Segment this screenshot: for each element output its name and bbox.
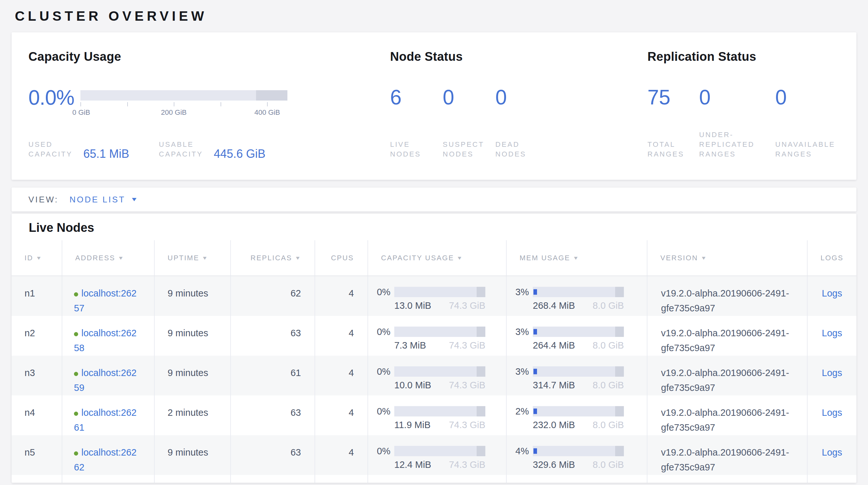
node-mem-usage-cell: 4% 329.6 MiB8.0 GiB	[506, 435, 647, 475]
node-cpus: 4	[315, 435, 368, 475]
live-nodes-stat: 6 LIVE NODES	[390, 88, 443, 159]
capacity-percent: 0%	[368, 287, 394, 311]
capacity-percent: 0%	[368, 446, 394, 470]
under-replicated-ranges-stat: 0 UNDER-REPLICATED RANGES	[699, 88, 775, 159]
node-address-cell: localhost:26257	[62, 276, 154, 316]
node-version: v19.2.0-alpha.20190606-2491-gfe735c9a97	[647, 276, 807, 316]
column-header-cpus: CPUS	[315, 240, 368, 276]
node-row-n1: n1 localhost:26257 9 minutes 62 4 0% 13.…	[11, 276, 857, 316]
column-header-mem-usage[interactable]: MEM USAGE▼	[506, 240, 647, 276]
capacity-axis-ticks	[81, 101, 287, 106]
node-capacity-usage-cell: 0% 7.3 MiB74.3 GiB	[368, 316, 506, 356]
replication-status-title: Replication Status	[647, 50, 843, 63]
node-capacity-usage-cell: 0% 13.0 MiB74.3 GiB	[368, 276, 506, 316]
used-capacity-label: USED CAPACITY	[28, 140, 77, 159]
node-address-link[interactable]: localhost:26259	[74, 368, 136, 393]
column-header-version[interactable]: VERSION▼	[647, 240, 807, 276]
capacity-usage-section: Capacity Usage 0.0%	[28, 50, 390, 180]
unavailable-label: UNAVAILABLE RANGES	[775, 140, 843, 159]
mem-bar	[533, 326, 624, 337]
mem-reserved-segment	[615, 406, 624, 417]
mem-total-value: 8.0 GiB	[593, 379, 624, 391]
mem-percent: 3%	[507, 287, 533, 311]
node-id: n5	[11, 435, 62, 475]
live-nodes-count: 6	[390, 88, 443, 107]
cluster-summary-card: Capacity Usage 0.0%	[11, 32, 857, 180]
node-uptime: 9 minutes	[154, 276, 230, 316]
mem-total-value: 8.0 GiB	[593, 419, 624, 431]
node-logs-cell: Logs	[807, 316, 857, 356]
mem-percent: 4%	[507, 446, 533, 470]
column-header-uptime[interactable]: UPTIME▼	[154, 240, 230, 276]
replication-status-section: Replication Status 75 TOTAL RANGES 0 UND…	[647, 50, 843, 180]
mem-used-value: 268.4 MiB	[533, 300, 575, 311]
suspect-nodes-stat: 0 SUSPECT NODES	[443, 88, 495, 159]
mem-reserved-segment	[615, 446, 624, 456]
capacity-percent: 0%	[368, 326, 394, 351]
node-row-n4: n4 localhost:26261 2 minutes 63 4 0% 11.…	[11, 395, 857, 435]
capacity-bar-chart: 0 GiB 200 GiB 400 GiB	[81, 88, 287, 116]
mem-bar	[533, 366, 624, 377]
view-dropdown[interactable]: NODE LIST ▼	[69, 195, 138, 205]
node-address-cell: localhost:26261	[62, 395, 154, 435]
sort-desc-icon: ▼	[457, 255, 464, 261]
sort-desc-icon: ▼	[573, 255, 580, 261]
mem-used-value: 329.6 MiB	[533, 459, 575, 470]
node-uptime: 2 minutes	[154, 395, 230, 435]
node-address-link[interactable]: localhost:26261	[74, 407, 136, 433]
capacity-total-value: 74.3 GiB	[449, 459, 485, 470]
capacity-bar	[394, 287, 485, 297]
mem-used-bar	[533, 409, 537, 414]
axis-label: 200 GiB	[161, 108, 187, 117]
live-nodes-section-title: Live Nodes	[11, 214, 857, 240]
node-status-section: Node Status 6 LIVE NODES 0 SUSPECT NODES…	[390, 50, 647, 180]
node-address-link[interactable]: localhost:26257	[74, 288, 136, 313]
node-id: n3	[11, 356, 62, 395]
total-ranges-stat: 75 TOTAL RANGES	[647, 88, 699, 159]
capacity-bar-track	[81, 90, 287, 101]
node-replicas: 63	[230, 435, 315, 475]
view-label: VIEW:	[28, 195, 58, 205]
suspect-nodes-count: 0	[443, 88, 495, 107]
logs-link[interactable]: Logs	[822, 328, 842, 338]
unavailable-ranges-stat: 0 UNAVAILABLE RANGES	[775, 88, 843, 159]
node-replicas: 62	[230, 276, 315, 316]
node-address-link[interactable]: localhost:26258	[74, 328, 136, 353]
mem-bar	[533, 287, 624, 297]
node-capacity-usage-cell: 0% 11.9 MiB74.3 GiB	[368, 395, 506, 435]
mem-reserved-segment	[615, 287, 624, 297]
logs-link[interactable]: Logs	[822, 447, 842, 458]
node-capacity-usage-cell: 0% 12.4 MiB74.3 GiB	[368, 435, 506, 475]
view-selector-bar: VIEW: NODE LIST ▼	[11, 188, 857, 211]
node-replicas: 61	[230, 356, 315, 395]
column-header-capacity-usage[interactable]: CAPACITY USAGE▼	[368, 240, 506, 276]
axis-tick	[81, 102, 81, 106]
node-logs-cell: Logs	[807, 276, 857, 316]
column-header-address[interactable]: ADDRESS▼	[62, 240, 154, 276]
under-replicated-count: 0	[699, 88, 775, 107]
mem-percent: 3%	[507, 366, 533, 391]
capacity-total-value: 74.3 GiB	[449, 300, 485, 311]
node-version: v19.2.0-alpha.20190606-2491-gfe735c9a97	[647, 395, 807, 435]
mem-used-bar	[533, 369, 537, 374]
node-uptime: 9 minutes	[154, 316, 230, 356]
mem-used-bar	[533, 289, 537, 295]
column-header-id[interactable]: ID▼	[11, 240, 62, 276]
chevron-down-icon: ▼	[130, 196, 140, 203]
sort-desc-icon: ▼	[294, 255, 302, 261]
column-header-replicas[interactable]: REPLICAS▼	[230, 240, 315, 276]
logs-link[interactable]: Logs	[822, 407, 842, 418]
mem-reserved-segment	[615, 326, 624, 337]
logs-link[interactable]: Logs	[822, 288, 842, 298]
capacity-used-value: 13.0 MiB	[394, 300, 431, 311]
capacity-total-value: 74.3 GiB	[449, 340, 485, 351]
used-capacity-value: 65.1 MiB	[83, 148, 129, 159]
node-address-link[interactable]: localhost:26262	[74, 447, 136, 473]
mem-reserved-segment	[615, 366, 624, 377]
node-logs-cell: Logs	[807, 356, 857, 395]
node-status-title: Node Status	[390, 50, 647, 63]
node-id: n4	[11, 395, 62, 435]
node-row-n5: n5 localhost:26262 9 minutes 63 4 0% 12.…	[11, 435, 857, 475]
mem-used-value: 314.7 MiB	[533, 379, 575, 391]
logs-link[interactable]: Logs	[822, 368, 842, 378]
